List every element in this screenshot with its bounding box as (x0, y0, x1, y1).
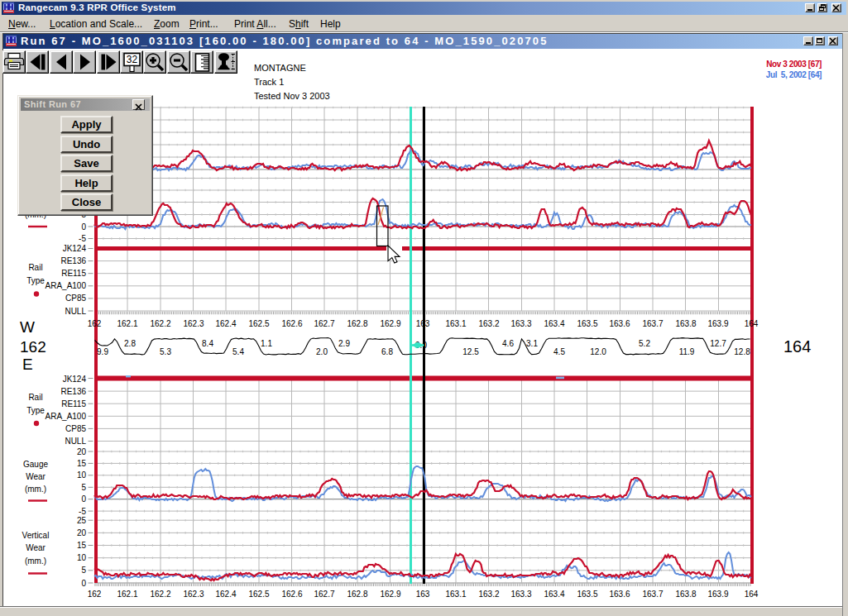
svg-text:162.1: 162.1 (117, 319, 137, 328)
svg-text:RE136: RE136 (60, 256, 86, 265)
svg-text:164: 164 (745, 590, 759, 599)
svg-text:163.4: 163.4 (544, 319, 564, 328)
svg-text:Tested Nov 3 2003: Tested Nov 3 2003 (254, 91, 330, 101)
svg-text:163: 163 (416, 590, 430, 599)
svg-text:162.3: 162.3 (183, 319, 204, 328)
svg-text:12.7: 12.7 (710, 339, 726, 348)
svg-text:163.2: 163.2 (478, 319, 499, 328)
svg-text:Wear: Wear (26, 543, 46, 552)
svg-text:25: 25 (77, 516, 87, 525)
svg-text:162.7: 162.7 (314, 590, 334, 599)
svg-text:163.2: 163.2 (478, 590, 499, 599)
svg-text:Vertical: Vertical (22, 531, 50, 540)
svg-text:CP85: CP85 (65, 424, 86, 433)
svg-text:163: 163 (416, 319, 430, 328)
svg-text:0: 0 (81, 494, 86, 504)
svg-text:CP85: CP85 (65, 294, 86, 303)
svg-text:5.2: 5.2 (639, 339, 650, 348)
svg-text:MONTAGNE: MONTAGNE (254, 63, 306, 73)
svg-text:162.6: 162.6 (281, 319, 302, 328)
svg-text:163.6: 163.6 (609, 590, 630, 599)
svg-text:163.8: 163.8 (675, 590, 696, 599)
svg-text:NULL: NULL (65, 307, 86, 316)
svg-text:W: W (20, 318, 35, 336)
svg-text:11.9: 11.9 (679, 347, 695, 356)
svg-text:Rail: Rail (28, 393, 42, 402)
svg-text:0: 0 (81, 222, 86, 232)
svg-text:4.6: 4.6 (502, 339, 514, 348)
svg-text:15: 15 (77, 541, 87, 550)
svg-text:162.2: 162.2 (150, 590, 170, 599)
svg-text:164: 164 (745, 319, 759, 328)
svg-text:12.0: 12.0 (590, 347, 606, 356)
svg-text:163.5: 163.5 (577, 590, 597, 599)
svg-text:5.4: 5.4 (232, 347, 244, 356)
svg-text:NULL: NULL (65, 437, 86, 446)
svg-text:2.9: 2.9 (338, 339, 350, 348)
svg-text:6.8: 6.8 (381, 347, 393, 356)
svg-text:0: 0 (81, 579, 86, 588)
svg-text:E: E (22, 356, 33, 373)
svg-text:Nov 3 2003 [67]: Nov 3 2003 [67] (766, 60, 822, 69)
svg-text:JK124: JK124 (63, 244, 87, 253)
svg-text:162.5: 162.5 (248, 319, 269, 328)
svg-text:RE136: RE136 (60, 387, 86, 396)
svg-text:162.8: 162.8 (347, 319, 367, 328)
svg-text:163.1: 163.1 (445, 319, 466, 328)
svg-text:163.7: 163.7 (642, 590, 663, 599)
svg-text:ARA_A100: ARA_A100 (46, 412, 87, 421)
svg-text:5: 5 (81, 483, 86, 492)
svg-text:163.7: 163.7 (642, 319, 663, 328)
svg-text:163.9: 163.9 (707, 319, 728, 328)
svg-text:Gauge: Gauge (23, 460, 48, 469)
svg-text:162: 162 (20, 338, 46, 356)
svg-text:162.5: 162.5 (248, 590, 269, 599)
svg-text:163.9: 163.9 (707, 590, 728, 599)
svg-text:12.5: 12.5 (462, 347, 479, 356)
svg-text:4.5: 4.5 (553, 347, 565, 356)
svg-text:162.6: 162.6 (281, 590, 302, 599)
svg-text:1.1: 1.1 (261, 339, 272, 348)
svg-text:JK124: JK124 (63, 375, 87, 384)
svg-text:163.5: 163.5 (577, 319, 597, 328)
svg-text:163.8: 163.8 (675, 319, 696, 328)
svg-text:162: 162 (88, 319, 102, 328)
svg-text:162.1: 162.1 (117, 590, 137, 599)
svg-text:3.1: 3.1 (526, 339, 538, 348)
svg-text:164: 164 (783, 337, 811, 356)
svg-text:RE115: RE115 (61, 399, 86, 408)
svg-text:163.3: 163.3 (510, 319, 531, 328)
svg-text:162.2: 162.2 (150, 319, 170, 328)
svg-text:15: 15 (77, 459, 87, 468)
svg-text:2.0: 2.0 (316, 347, 328, 356)
svg-text:10: 10 (77, 470, 87, 480)
svg-text:10: 10 (77, 553, 87, 562)
svg-text:(mm.): (mm.) (25, 556, 46, 566)
svg-text:5.3: 5.3 (160, 347, 171, 356)
svg-text:162.4: 162.4 (215, 590, 236, 599)
svg-text:8.4: 8.4 (202, 339, 213, 348)
svg-text:162.9: 162.9 (380, 590, 400, 599)
svg-text:163.4: 163.4 (544, 590, 564, 599)
svg-text:20: 20 (77, 528, 87, 537)
svg-text:Type: Type (26, 406, 45, 415)
svg-text:Wear: Wear (26, 472, 46, 481)
svg-text:163.1: 163.1 (445, 590, 466, 599)
svg-text:Jul 5, 2002 [64]: Jul 5, 2002 [64] (766, 70, 822, 79)
svg-text:163.3: 163.3 (510, 590, 531, 599)
svg-text:Type: Type (26, 276, 45, 285)
svg-text:5: 5 (81, 566, 86, 575)
svg-text:9.9: 9.9 (97, 347, 108, 356)
svg-text:162.8: 162.8 (347, 590, 367, 599)
svg-text:162.9: 162.9 (380, 319, 400, 328)
svg-text:RE115: RE115 (61, 269, 86, 278)
svg-text:(mm.): (mm.) (25, 485, 46, 494)
svg-text:-5: -5 (79, 507, 86, 516)
svg-text:162.7: 162.7 (314, 319, 334, 328)
svg-text:-5: -5 (79, 234, 86, 243)
svg-text:163.6: 163.6 (609, 319, 630, 328)
svg-text:20: 20 (77, 447, 87, 456)
svg-text:162: 162 (88, 590, 102, 599)
svg-text:ARA_A100: ARA_A100 (46, 281, 87, 290)
svg-text:12.8: 12.8 (734, 347, 750, 356)
